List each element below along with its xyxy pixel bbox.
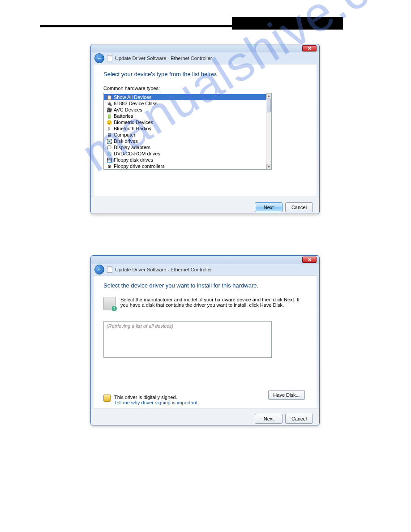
hardware-icon: [103, 297, 116, 310]
dialog-nav: ← Update Driver Software - Ethernet Cont…: [91, 52, 319, 64]
list-item[interactable]: 💾Floppy disk drives: [104, 157, 266, 163]
retrieving-text: (Retrieving a list of all devices): [107, 323, 173, 329]
dialog-nav: ← Update Driver Software - Ethernet Cont…: [91, 264, 319, 275]
device-type-icon: 📋: [107, 94, 112, 100]
list-item[interactable]: 🔋Batteries: [104, 113, 266, 119]
device-type-icon: 🎥: [107, 107, 112, 112]
list-item[interactable]: 💿DVD/CD-ROM drives: [104, 150, 266, 157]
dialog-heading: Select your device's type from the list …: [103, 71, 307, 77]
device-type-icon: ⚙: [107, 163, 112, 169]
list-item-label: Display adapters: [114, 145, 150, 150]
titlebar: ✕: [91, 256, 319, 264]
signing-row: This driver is digitally signed. Tell me…: [103, 395, 197, 405]
info-text: Select the manufacturer and model of you…: [120, 297, 307, 308]
device-type-icon: 🖵: [107, 145, 112, 150]
signed-text: This driver is digitally signed.: [114, 395, 197, 400]
next-button[interactable]: Next: [255, 202, 283, 212]
list-item[interactable]: 🖥Computer: [104, 132, 266, 138]
list-item-label: Batteries: [114, 113, 133, 119]
list-item-label: 61883 Device Class: [114, 101, 158, 106]
device-type-icon: 💾: [107, 157, 112, 163]
list-item-label: Floppy disk drives: [114, 157, 153, 163]
page-icon: [107, 55, 112, 61]
dialog-footer: Next Cancel: [91, 197, 319, 214]
list-item[interactable]: 🖵Display adapters: [104, 144, 266, 150]
list-label: Common hardware types:: [103, 86, 307, 91]
dialog-heading: Select the device driver you want to ins…: [103, 282, 307, 289]
have-disk-button[interactable]: Have Disk...: [268, 390, 305, 400]
device-type-icon: 🔋: [107, 113, 112, 119]
device-type-icon: 🔌: [107, 101, 112, 106]
close-button[interactable]: ✕: [302, 45, 317, 51]
dialog-footer: Next Cancel: [91, 408, 319, 425]
back-button[interactable]: ←: [94, 53, 104, 63]
device-type-icon: 🖥: [107, 132, 112, 137]
signing-info-link[interactable]: Tell me why driver signing is important: [114, 400, 197, 405]
list-item[interactable]: 💽Disk drives: [104, 138, 266, 144]
dialog-title: Update Driver Software - Ethernet Contro…: [115, 267, 212, 272]
scroll-thumb[interactable]: [267, 99, 271, 112]
titlebar: ✕: [91, 44, 319, 52]
hardware-type-listbox[interactable]: 📋Show All Devices🔌61883 Device Class🎥AVC…: [103, 93, 272, 170]
device-type-icon: 🙂: [107, 120, 112, 125]
page-icon: [107, 266, 112, 273]
device-list-box: (Retrieving a list of all devices): [103, 321, 272, 358]
dialog-select-device-type: ✕ ← Update Driver Software - Ethernet Co…: [90, 44, 320, 214]
list-item[interactable]: ⚙Floppy drive controllers: [104, 163, 266, 169]
scrollbar[interactable]: ▲ ▼: [266, 93, 271, 169]
device-type-icon: ᛒ: [107, 126, 112, 131]
list-item[interactable]: 🎥AVC Devices: [104, 107, 266, 113]
back-button[interactable]: ←: [94, 265, 104, 275]
list-item[interactable]: 📋Show All Devices: [104, 94, 266, 100]
list-item-label: Biometric Devices: [114, 120, 153, 125]
list-item[interactable]: 🙂Biometric Devices: [104, 119, 266, 125]
dialog-body: Select your device's type from the list …: [94, 64, 317, 197]
cancel-button[interactable]: Cancel: [285, 202, 313, 212]
list-item-label: Floppy drive controllers: [114, 163, 165, 169]
scroll-up-button[interactable]: ▲: [266, 93, 271, 99]
header-rule: [40, 25, 232, 27]
next-button[interactable]: Next: [255, 414, 283, 424]
info-row: Select the manufacturer and model of you…: [103, 297, 307, 310]
device-type-icon: 💿: [107, 151, 112, 156]
device-type-icon: 💽: [107, 138, 112, 144]
list-item-label: Computer: [114, 132, 135, 137]
scroll-down-button[interactable]: ▼: [266, 164, 271, 169]
dialog-title: Update Driver Software - Ethernet Contro…: [115, 56, 212, 61]
cancel-button[interactable]: Cancel: [285, 414, 313, 424]
list-item-label: Disk drives: [114, 138, 138, 144]
dialog-body: Select the device driver you want to ins…: [94, 275, 317, 408]
list-item[interactable]: 🔌61883 Device Class: [104, 100, 266, 107]
shield-icon: [103, 395, 111, 402]
page-header: [40, 20, 371, 32]
header-black-box: [232, 17, 343, 30]
list-item-label: DVD/CD-ROM drives: [114, 151, 160, 156]
list-item-label: Bluetooth Radios: [114, 126, 151, 131]
list-item[interactable]: ᛒBluetooth Radios: [104, 125, 266, 132]
list-item-label: AVC Devices: [114, 107, 142, 112]
list-item-label: Show All Devices: [114, 94, 151, 100]
close-button[interactable]: ✕: [302, 257, 317, 263]
dialog-select-driver: ✕ ← Update Driver Software - Ethernet Co…: [90, 255, 320, 425]
